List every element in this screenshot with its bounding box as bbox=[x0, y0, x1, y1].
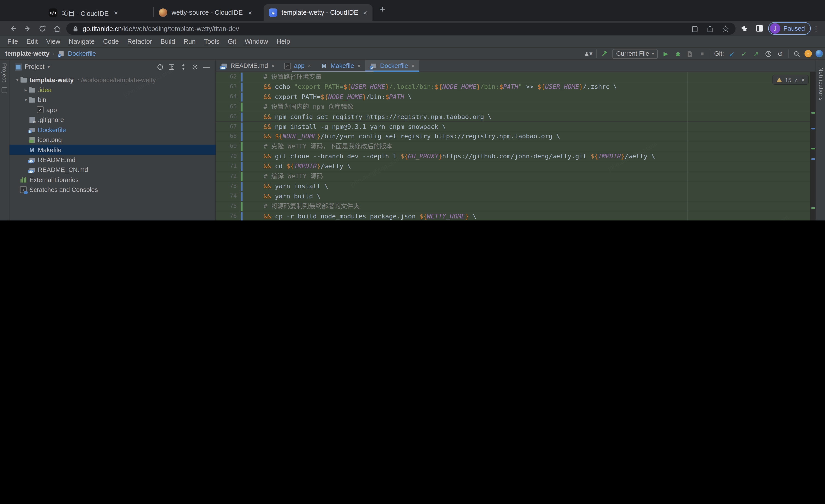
tree-item-Makefile[interactable]: MMakefile bbox=[9, 145, 229, 155]
code-with-me-sphere-icon[interactable] bbox=[816, 50, 823, 57]
editor-tab-dockerfile[interactable]: DDockerfile× bbox=[365, 60, 420, 72]
tree-item-README_CN.md[interactable]: MDREADME_CN.md bbox=[9, 165, 229, 174]
home-icon[interactable] bbox=[52, 23, 62, 34]
tree-item-icon.png[interactable]: icon.png bbox=[9, 135, 229, 145]
tree-item-ExternalLibraries[interactable]: External Libraries bbox=[9, 175, 221, 185]
stripe-notifications-button[interactable]: Notifications bbox=[818, 67, 824, 101]
editor-tab-readme.md[interactable]: MDREADME.md× bbox=[216, 60, 279, 72]
search-icon[interactable] bbox=[792, 50, 801, 58]
menu-window[interactable]: Window bbox=[240, 38, 272, 45]
tree-item-Dockerfile[interactable]: DDockerfile bbox=[9, 125, 229, 135]
profile-user-icon[interactable]: ▾ bbox=[584, 50, 593, 58]
tree-item-.idea[interactable]: ▸.idea bbox=[9, 85, 229, 95]
prev-warning-icon[interactable]: ∧ bbox=[795, 77, 798, 82]
tree-item-label: icon.png bbox=[38, 136, 62, 143]
rollback-icon[interactable]: ↺ bbox=[776, 50, 784, 58]
tree-item-label: app bbox=[46, 106, 57, 113]
editor-tab-app[interactable]: >app× bbox=[279, 60, 316, 72]
menu-build[interactable]: Build bbox=[156, 38, 179, 45]
tree-item-README.md[interactable]: MDREADME.md bbox=[9, 155, 229, 165]
tab-close-icon[interactable]: × bbox=[271, 63, 275, 69]
bookmark-star-icon[interactable] bbox=[722, 25, 729, 32]
address-bar[interactable]: go.titanide.cn/ide/web/coding/template-w… bbox=[66, 22, 736, 35]
project-panel-title[interactable]: Project bbox=[25, 63, 44, 70]
project-dropdown-caret-icon[interactable]: ▾ bbox=[48, 64, 50, 70]
breadcrumb[interactable]: template-wetty › D Dockerfile bbox=[5, 48, 96, 59]
stripe-mark[interactable] bbox=[811, 207, 815, 209]
tree-chevron-icon[interactable]: ▾ bbox=[23, 97, 28, 102]
history-clock-icon[interactable] bbox=[764, 50, 772, 58]
browser-tab-2[interactable]: wetty-source - CloudIDE× bbox=[154, 4, 262, 21]
tree-item-bin[interactable]: ▾bin bbox=[9, 95, 229, 104]
hide-panel-minus-icon[interactable]: — bbox=[203, 63, 210, 71]
menu-navigate[interactable]: Navigate bbox=[64, 38, 99, 45]
panel-settings-gear-icon[interactable] bbox=[192, 63, 199, 70]
expand-all-icon[interactable] bbox=[168, 63, 175, 70]
run-icon[interactable]: ▶ bbox=[662, 50, 670, 58]
stripe-mark[interactable] bbox=[811, 158, 815, 160]
profile-chip[interactable]: J Paused bbox=[768, 22, 811, 35]
share-icon[interactable] bbox=[707, 25, 714, 32]
menu-edit[interactable]: Edit bbox=[22, 38, 42, 45]
reload-icon[interactable] bbox=[37, 23, 48, 34]
back-icon[interactable] bbox=[7, 23, 18, 34]
side-panel-icon[interactable] bbox=[754, 23, 764, 34]
tree-item-label: External Libraries bbox=[29, 176, 78, 183]
breadcrumb-file[interactable]: Dockerfile bbox=[68, 50, 96, 57]
git-update-icon[interactable]: ↙ bbox=[728, 50, 736, 58]
tree-item-.gitignore[interactable]: ⊘.gitignore bbox=[9, 114, 229, 124]
tab-close-icon[interactable]: × bbox=[357, 63, 361, 69]
stripe-mark[interactable] bbox=[811, 148, 815, 149]
breadcrumb-project[interactable]: template-wetty bbox=[5, 50, 50, 57]
tab-close-icon[interactable]: × bbox=[248, 9, 252, 17]
mac-minimize-button[interactable] bbox=[27, 7, 34, 14]
debug-bug-icon[interactable] bbox=[674, 50, 682, 58]
mac-zoom-button[interactable] bbox=[37, 7, 44, 14]
editor-tab-label: app bbox=[294, 62, 305, 70]
stripe-mark[interactable] bbox=[811, 128, 815, 129]
clipboard-icon[interactable] bbox=[691, 25, 698, 32]
locate-target-icon[interactable] bbox=[157, 63, 164, 70]
inspection-widget[interactable]: 15 ∧ ∨ bbox=[772, 75, 809, 85]
forward-icon[interactable] bbox=[22, 23, 33, 34]
tab-close-icon[interactable]: × bbox=[114, 9, 118, 17]
tree-item-ScratchesandConsoles[interactable]: »Scratches and Consoles bbox=[9, 185, 221, 194]
new-tab-button[interactable]: + bbox=[380, 4, 385, 15]
editor-tab-label: Dockerfile bbox=[380, 62, 408, 70]
menu-run[interactable]: Run bbox=[179, 38, 200, 45]
next-warning-icon[interactable]: ∨ bbox=[801, 77, 805, 82]
tree-item-template-wetty[interactable]: ▾template-wetty~/workspace/template-wett… bbox=[9, 75, 221, 85]
browser-tab-3[interactable]: ◈template-wetty - CloudIDE× bbox=[264, 4, 372, 21]
stripe-mark[interactable] bbox=[811, 112, 815, 114]
browser-menu-dots-icon[interactable]: ⋮ bbox=[811, 23, 821, 34]
mac-close-button[interactable] bbox=[18, 7, 25, 14]
tree-chevron-icon[interactable]: ▸ bbox=[23, 87, 28, 92]
menu-tools[interactable]: Tools bbox=[200, 38, 224, 45]
menu-code[interactable]: Code bbox=[99, 38, 123, 45]
tree-item-label: Makefile bbox=[38, 146, 62, 153]
tree-chevron-icon[interactable]: ▾ bbox=[15, 77, 20, 82]
run-configuration-select[interactable]: Current File▾ bbox=[612, 49, 658, 59]
stripe-project-button[interactable]: Project bbox=[2, 63, 8, 82]
menu-view[interactable]: View bbox=[42, 38, 64, 45]
tab-close-icon[interactable]: × bbox=[308, 63, 311, 69]
browser-tab-1[interactable]: </>项目 - CloudIDE× bbox=[44, 4, 153, 21]
tree-item-label: template-wetty bbox=[29, 76, 74, 83]
menu-git[interactable]: Git bbox=[224, 38, 240, 45]
tab-close-icon[interactable]: × bbox=[363, 9, 367, 17]
git-commit-check-icon[interactable]: ✓ bbox=[740, 50, 748, 58]
update-available-icon[interactable]: ↑ bbox=[805, 50, 812, 57]
menu-refactor[interactable]: Refactor bbox=[123, 38, 156, 45]
collapse-all-icon[interactable] bbox=[180, 63, 187, 70]
tree-item-label: .gitignore bbox=[38, 116, 64, 123]
tree-item-app[interactable]: >app bbox=[9, 105, 238, 114]
menu-file[interactable]: File bbox=[3, 38, 22, 45]
tab-close-icon[interactable]: × bbox=[411, 63, 415, 69]
code-editor[interactable]: 62 # 设置路径环境变量63 && echo "export PATH=${U… bbox=[216, 72, 810, 221]
build-hammer-icon[interactable] bbox=[600, 50, 609, 58]
menu-help[interactable]: Help bbox=[272, 38, 294, 45]
editor-tab-makefile[interactable]: MMakefile× bbox=[316, 60, 365, 72]
git-push-icon[interactable]: ↗ bbox=[752, 50, 760, 58]
editor-tab-label: README.md bbox=[230, 62, 268, 70]
extensions-puzzle-icon[interactable] bbox=[739, 23, 749, 34]
